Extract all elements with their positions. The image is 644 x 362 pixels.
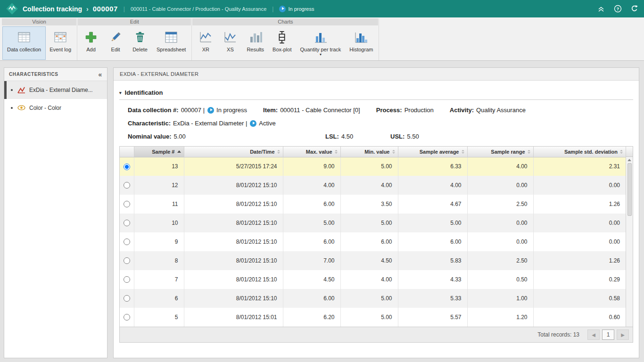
cell-date-time: 8/01/2012 15:10 (184, 214, 283, 232)
column-header-min-value[interactable]: Min. value (340, 147, 398, 157)
row-select-radio[interactable] (124, 257, 130, 264)
row-select-radio[interactable] (124, 201, 130, 207)
tool-label: Delete (132, 47, 148, 52)
tool-quantity-per-track[interactable]: Quantity per track ▾ (296, 27, 345, 59)
tool-spreadsheet[interactable]: Spreadsheet (152, 27, 190, 59)
table-row[interactable]: 128/01/2012 15:104.004.004.000.000.00 (120, 176, 626, 195)
cell-sample-std-deviation: 0.29 (533, 270, 626, 289)
cell-sample-average: 5.33 (398, 289, 467, 308)
tool-label: Event log (50, 47, 71, 52)
row-select-radio[interactable] (124, 182, 130, 189)
identification-section-header[interactable]: ▾Identification (119, 85, 633, 100)
cell-sample-range: 0.00 (467, 214, 533, 232)
field-label: Data collection #: (128, 107, 179, 114)
sidebar-title: CHARACTERISTICS (9, 72, 58, 77)
tool-label: Data collection (7, 47, 41, 52)
tool-edit[interactable]: Edit (103, 27, 128, 59)
field-value: Production (405, 107, 434, 114)
tool-xs-chart[interactable]: XS (218, 27, 242, 59)
collapse-ribbon-icon[interactable] (597, 5, 605, 13)
row-select-radio[interactable] (124, 276, 130, 283)
tool-xr-chart[interactable]: XR (193, 27, 218, 59)
table-row[interactable]: 68/01/2012 15:106.005.005.331.000.58 (120, 289, 626, 308)
tool-data-collection[interactable]: Data collection (3, 27, 45, 59)
column-header-max-value[interactable]: Max. value (283, 147, 340, 157)
cell-sample-number: 10 (134, 214, 184, 232)
tool-box-plot[interactable]: Box-plot (268, 27, 296, 59)
eye-icon (17, 105, 26, 112)
cell-date-time: 8/01/2012 15:10 (184, 289, 283, 308)
quantity-per-track-icon (313, 29, 329, 45)
dropdown-caret-icon[interactable]: ▾ (320, 53, 322, 56)
field-value: ExDia - External Diameter | (173, 120, 247, 127)
cell-sample-number: 9 (134, 232, 184, 251)
help-icon[interactable]: ? (613, 5, 622, 13)
sample-table-body: 135/27/2015 17:249.005.006.334.002.31128… (120, 157, 626, 327)
cell-sample-range: 0.00 (467, 232, 533, 251)
cell-date-time: 8/01/2012 15:10 (184, 195, 283, 214)
table-row[interactable]: 78/01/2012 15:104.504.004.330.500.29 (120, 270, 626, 289)
cell-sample-number: 11 (134, 195, 184, 214)
cell-max-value: 5.00 (283, 214, 340, 232)
tool-delete[interactable]: Delete (128, 27, 152, 59)
scroll-up-icon[interactable] (627, 159, 631, 161)
sidebar-item-exdia[interactable]: ExDia - External Diame... (4, 81, 107, 99)
table-row[interactable]: 88/01/2012 15:107.004.505.832.501.26 (120, 251, 626, 270)
cell-date-time: 8/01/2012 15:10 (184, 270, 283, 289)
cell-sample-number: 5 (134, 308, 184, 327)
row-select-radio[interactable] (124, 295, 130, 302)
column-header-sample-range[interactable]: Sample range (467, 147, 533, 157)
cell-max-value: 9.00 (283, 157, 340, 176)
cell-min-value: 6.00 (340, 232, 398, 251)
topbar-actions: ? (597, 5, 638, 13)
cell-sample-range: 2.50 (467, 195, 533, 214)
refresh-icon[interactable] (630, 5, 638, 13)
cell-date-time: 8/01/2012 15:10 (184, 176, 283, 195)
results-chart-icon (248, 29, 264, 45)
sidebar-item-color[interactable]: Color - Color (4, 99, 107, 117)
table-row[interactable]: 58/01/2012 15:016.205.005.571.200.60 (120, 308, 626, 327)
scrollbar-thumb[interactable] (627, 163, 632, 216)
table-row[interactable]: 98/01/2012 15:106.006.006.000.000.00 (120, 232, 626, 251)
sort-icon (335, 150, 338, 154)
column-header-date-time[interactable]: Date/Time (184, 147, 283, 157)
cell-max-value: 4.50 (283, 270, 340, 289)
group-label: Vision (2, 18, 76, 25)
field-value: 5.00 (173, 133, 185, 140)
tool-event-log[interactable]: Event log (45, 27, 75, 59)
prev-page-button[interactable]: ◀ (587, 329, 600, 340)
column-header-sample-std-deviation[interactable]: Sample std. deviation (533, 147, 626, 157)
current-page-button[interactable]: 1 (602, 329, 614, 340)
table-row[interactable]: 135/27/2015 17:249.005.006.334.002.31 (120, 157, 626, 176)
sidebar-header: CHARACTERISTICS « (4, 68, 107, 81)
identification-fields: Data collection #: 000007 | In progress … (119, 107, 633, 140)
tool-add[interactable]: Add (79, 27, 103, 59)
cell-sample-std-deviation: 0.00 (533, 214, 626, 232)
row-select-radio[interactable] (124, 239, 130, 245)
app-logo-icon (6, 2, 18, 15)
breadcrumb-context: 000011 - Cable Connector / Production - … (131, 6, 266, 12)
row-select-radio[interactable] (124, 164, 130, 170)
table-row[interactable]: 118/01/2012 15:106.003.504.672.501.26 (120, 195, 626, 214)
column-header-sample-average[interactable]: Sample average (398, 147, 467, 157)
table-row[interactable]: 108/01/2012 15:105.005.005.000.000.00 (120, 214, 626, 232)
panel-title: EXDIA - EXTERNAL DIAMETER (114, 68, 639, 81)
next-page-button[interactable]: ▶ (617, 329, 629, 340)
cell-sample-std-deviation: 0.60 (533, 308, 626, 327)
scrollbar-track[interactable] (626, 157, 633, 327)
tool-histogram[interactable]: Histogram (345, 27, 377, 59)
column-header-sample-number[interactable]: Sample # (134, 147, 184, 157)
cell-max-value: 6.00 (283, 289, 340, 308)
status-badge: In progress (279, 6, 314, 12)
cell-sample-average: 6.00 (398, 232, 467, 251)
table-scrollbar (626, 147, 633, 327)
histogram-icon (353, 29, 369, 45)
row-select-radio[interactable] (124, 314, 130, 321)
section-title-text: Identification (125, 89, 163, 96)
sidebar-collapse-icon[interactable]: « (99, 71, 102, 78)
tool-label: Results (247, 47, 264, 52)
row-select-cell (120, 289, 134, 308)
row-select-radio[interactable] (124, 220, 130, 226)
sidebar-item-label: Color - Color (29, 105, 61, 111)
tool-results[interactable]: Results (242, 27, 268, 59)
